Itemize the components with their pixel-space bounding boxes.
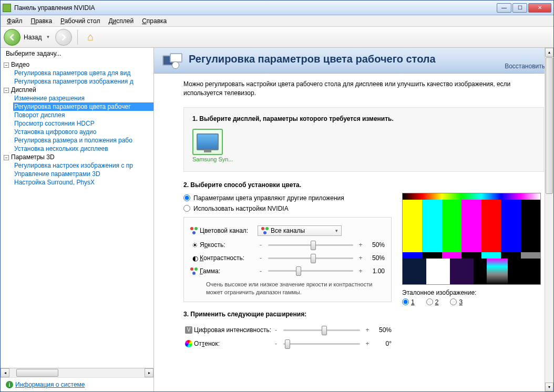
reference-radios: 1 2 3 — [402, 298, 544, 306]
window-title: Панель управления NVIDIA — [14, 4, 497, 12]
scroll-right-icon[interactable]: ▸ — [145, 368, 153, 377]
menu-desktop[interactable]: Рабочий стол — [56, 16, 104, 26]
radio-other-apps-input[interactable] — [183, 194, 190, 201]
row-digital-vibrance: V Цифровая интенсивность: - + 50% — [183, 323, 392, 337]
channel-select[interactable]: Все каналы — [258, 225, 342, 236]
gamma-slider[interactable] — [268, 270, 353, 272]
brightness-icon: ☀ — [190, 241, 200, 249]
toolbar-separator — [77, 30, 78, 45]
reference-image — [402, 193, 541, 285]
tree-item-desktop-color[interactable]: Регулировка параметров цвета рабочег — [13, 102, 153, 111]
radio-other-apps[interactable]: Параметрами цвета управляют другие прило… — [183, 193, 392, 203]
color-section: Параметрами цвета управляют другие прило… — [183, 193, 544, 351]
tree-category-video[interactable]: −Видео — [4, 60, 153, 69]
tree-item-3d-params[interactable]: Управление параметрами 3D — [13, 170, 153, 178]
back-dropdown-icon[interactable]: ▼ — [46, 35, 50, 39]
maximize-button[interactable]: ☐ — [512, 3, 527, 13]
section3-title: 3. Применить следующие расширения: — [183, 311, 392, 318]
contrast-slider[interactable] — [268, 257, 353, 259]
ref-radio-1[interactable]: 1 — [402, 298, 415, 306]
row-brightness: ☀ Яркость: - + 50% — [190, 239, 385, 252]
section-select-display: 1. Выберите дисплей, параметры которого … — [183, 107, 544, 172]
main-body: Можно регулировать настройки цвета рабоч… — [154, 74, 553, 361]
hue-slider[interactable] — [283, 343, 360, 345]
scroll-up-icon[interactable]: ▴ — [545, 48, 553, 57]
tree-item-video-image[interactable]: Регулировка параметров изображения д — [13, 77, 153, 86]
home-icon: ⌂ — [87, 31, 94, 43]
minimize-button[interactable]: — — [497, 3, 511, 13]
menu-display[interactable]: Дисплей — [104, 16, 138, 26]
gamma-hint: Очень высокое или низкое значение яркост… — [190, 277, 385, 297]
section2-title: 2. Выберите способ установки цвета. — [183, 181, 544, 189]
tree-item-hdcp[interactable]: Просмотр состояния HDCP — [13, 119, 153, 128]
nvidia-control-panel-window: Панель управления NVIDIA — ☐ ✕ Файл Прав… — [0, 0, 554, 392]
channel-icon — [190, 227, 200, 234]
row-contrast: ◐ Контрастность: - + 50% — [190, 252, 385, 265]
tree-item-resolution[interactable]: Изменение разрешения — [13, 94, 153, 102]
task-tree: −Видео Регулировка параметров цвета для … — [1, 59, 153, 368]
dvi-slider[interactable] — [283, 329, 360, 331]
ref-radio-3[interactable]: 3 — [450, 298, 463, 306]
contrast-icon: ◐ — [190, 254, 200, 262]
displays-icon — [162, 52, 183, 71]
intro-text: Можно регулировать настройки цвета рабоч… — [183, 80, 544, 98]
sidebar-footer: i Информация о системе — [1, 377, 153, 391]
menu-help[interactable]: Справка — [138, 16, 171, 26]
tree-toggle-icon[interactable]: − — [4, 63, 9, 68]
back-button[interactable] — [4, 29, 20, 46]
preview-column: Эталонное изображение: 1 2 3 — [402, 193, 544, 351]
menubar: Файл Правка Рабочий стол Дисплей Справка — [1, 15, 553, 27]
main-vscroll[interactable]: ▴ ▾ — [545, 48, 553, 391]
restore-link[interactable]: Восстановить — [505, 63, 545, 71]
titlebar[interactable]: Панель управления NVIDIA — ☐ ✕ — [1, 1, 553, 15]
menu-edit[interactable]: Правка — [27, 16, 57, 26]
gamma-icon — [190, 267, 200, 275]
main-panel: Регулировка параметров цвета рабочего ст… — [154, 48, 553, 391]
tree-category-3d[interactable]: −Параметры 3D — [4, 153, 153, 161]
tree-item-digital-audio[interactable]: Установка цифрового аудио — [13, 128, 153, 136]
tree-toggle-icon[interactable]: − — [4, 88, 9, 93]
system-info-link[interactable]: i Информация о системе — [6, 381, 148, 388]
scroll-left-icon[interactable]: ◂ — [1, 368, 9, 377]
tree-toggle-icon[interactable]: − — [4, 155, 9, 160]
tree-item-3d-image[interactable]: Регулировка настроек изображения с пр — [13, 161, 153, 170]
color-settings-panel: Цветовой канал: Все каналы ☀ Яркость: - — [183, 217, 392, 303]
brightness-slider[interactable] — [268, 244, 353, 246]
tree-item-multi-display[interactable]: Установка нескольких дисплеев — [13, 145, 153, 153]
menu-file[interactable]: Файл — [3, 16, 27, 26]
radio-nvidia[interactable]: Использовать настройки NVIDIA — [183, 203, 392, 214]
main-header: Регулировка параметров цвета рабочего ст… — [154, 48, 553, 74]
scroll-down-icon[interactable]: ▾ — [545, 383, 553, 391]
row-gamma: Гамма: - + 1.00 — [190, 265, 385, 277]
scroll-thumb[interactable] — [16, 369, 58, 377]
tree-item-rotate[interactable]: Поворот дисплея — [13, 111, 153, 119]
monitor-icon — [192, 129, 223, 155]
home-button[interactable]: ⌂ — [83, 30, 98, 45]
sidebar-hscroll[interactable]: ◂ ▸ — [1, 368, 153, 377]
row-hue: Оттенок: - + 0° — [183, 337, 392, 350]
content: Выберите задачу... −Видео Регулировка па… — [1, 48, 553, 391]
ref-radio-2[interactable]: 2 — [426, 298, 439, 306]
row-channel: Цветовой канал: Все каналы — [190, 223, 385, 239]
toolbar: Назад ▼ ⌂ — [1, 27, 553, 48]
page-title: Регулировка параметров цвета рабочего ст… — [189, 52, 505, 65]
info-icon: i — [6, 381, 13, 388]
hue-icon — [183, 339, 194, 348]
window-controls: — ☐ ✕ — [497, 3, 551, 13]
scroll-thumb[interactable] — [546, 57, 553, 194]
radio-nvidia-input[interactable] — [183, 205, 190, 212]
tree-item-size-position[interactable]: Регулировка размера и положения рабо — [13, 136, 153, 145]
forward-button[interactable] — [55, 29, 72, 46]
tree-item-video-color[interactable]: Регулировка параметров цвета для вид — [13, 69, 153, 77]
nvidia-icon — [3, 4, 11, 12]
sidebar: Выберите задачу... −Видео Регулировка па… — [1, 48, 154, 391]
back-label: Назад — [24, 34, 42, 41]
close-button[interactable]: ✕ — [528, 3, 551, 13]
tree-item-surround-physx[interactable]: Настройка Surround, PhysX — [13, 178, 153, 187]
tree-category-display[interactable]: −Дисплей — [4, 86, 153, 94]
display-label: Samsung Syn... — [192, 156, 233, 162]
display-item-samsung[interactable]: Samsung Syn... — [192, 129, 233, 162]
section1-title: 1. Выберите дисплей, параметры которого … — [192, 115, 535, 122]
sidebar-header: Выберите задачу... — [1, 48, 153, 59]
dvi-icon: V — [183, 326, 194, 334]
